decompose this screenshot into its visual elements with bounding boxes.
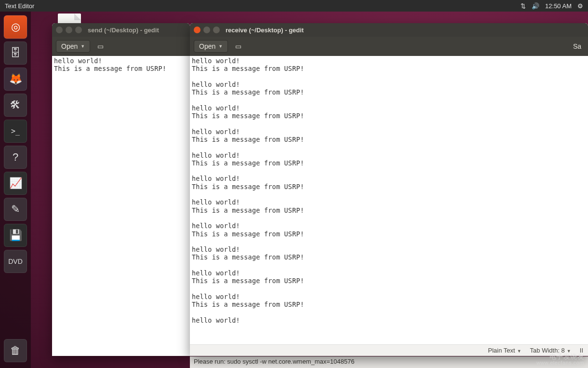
new-document-icon: ▭ xyxy=(97,42,104,50)
top-menubar: Text Editor ⇅ 🔊 12:50 AM ⚙ xyxy=(0,0,588,12)
statusbar-receive: Plain Text▼ Tab Width: 8▼ II xyxy=(190,344,588,356)
open-button[interactable]: Open ▼ xyxy=(194,40,228,53)
open-label: Open xyxy=(199,42,215,50)
launcher-trash[interactable]: 🗑 xyxy=(4,339,27,362)
volume-icon[interactable]: 🔊 xyxy=(532,2,539,10)
toolbar-receive: Open ▼ ▭ Sa xyxy=(190,37,588,56)
launcher-system-monitor[interactable]: 📈 xyxy=(4,172,27,195)
trash-icon: 🗑 xyxy=(10,344,21,357)
titlebar-send[interactable]: send (~/Desktop) - gedit xyxy=(52,23,190,37)
launcher-text-editor[interactable]: ✎ xyxy=(4,198,27,221)
window-send: send (~/Desktop) - gedit Open ▼ ▭ hello … xyxy=(52,23,190,356)
app-title: Text Editor xyxy=(5,2,34,10)
minimize-icon[interactable] xyxy=(203,27,210,33)
close-icon[interactable] xyxy=(194,27,200,33)
text-editor-icon: ✎ xyxy=(11,203,20,216)
chevron-down-icon: ▼ xyxy=(517,349,521,354)
chevron-down-icon: ▼ xyxy=(218,44,223,49)
files-icon: 🗄 xyxy=(10,47,21,59)
floppy-icon: 💾 xyxy=(9,229,22,242)
launcher-help[interactable]: ? xyxy=(4,146,27,169)
editor-send[interactable]: hello world! This is a message from USRP… xyxy=(52,56,190,356)
dvd-icon: DVD xyxy=(8,258,23,265)
status-line-col: II xyxy=(580,347,583,354)
help-icon: ? xyxy=(13,151,18,164)
window-title: receive (~/Desktop) - gedit xyxy=(226,27,304,34)
background-terminal-hint: Please run: sudo sysctl -w net.core.wmem… xyxy=(190,356,588,368)
launcher-ubuntu-dash[interactable]: ◎ xyxy=(4,15,27,39)
window-title: send (~/Desktop) - gedit xyxy=(88,27,159,34)
close-icon[interactable] xyxy=(56,27,63,33)
editor-receive[interactable]: hello world! This is a message from USRP… xyxy=(190,56,588,344)
open-button[interactable]: Open ▼ xyxy=(56,40,90,53)
launcher-settings[interactable]: 🛠 xyxy=(4,94,27,117)
launcher: ◎ 🗄 🦊 🛠 >_ ? 📈 ✎ 💾 DVD 🗑 xyxy=(0,12,31,368)
status-tab-width[interactable]: Tab Width: 8▼ xyxy=(530,347,571,354)
open-label: Open xyxy=(61,42,78,50)
new-tab-button[interactable]: ▭ xyxy=(95,41,106,52)
terminal-icon: >_ xyxy=(11,127,20,136)
maximize-icon[interactable] xyxy=(213,27,220,33)
clock[interactable]: 12:50 AM xyxy=(545,2,572,10)
chevron-down-icon: ▼ xyxy=(567,349,571,354)
maximize-icon[interactable] xyxy=(75,27,82,33)
launcher-dvd[interactable]: DVD xyxy=(4,250,27,273)
settings-icon: 🛠 xyxy=(10,99,21,111)
toolbar-send: Open ▼ ▭ xyxy=(52,37,190,56)
network-icon[interactable]: ⇅ xyxy=(521,2,526,10)
launcher-files[interactable]: 🗄 xyxy=(4,41,27,65)
chevron-down-icon: ▼ xyxy=(80,44,85,49)
new-tab-button[interactable]: ▭ xyxy=(233,41,243,52)
status-language-label: Plain Text xyxy=(488,347,515,354)
firefox-icon: 🦊 xyxy=(9,73,22,85)
launcher-save[interactable]: 💾 xyxy=(4,224,27,247)
launcher-firefox[interactable]: 🦊 xyxy=(4,68,27,91)
status-tab-width-label: Tab Width: 8 xyxy=(530,347,565,354)
system-monitor-icon: 📈 xyxy=(9,177,22,190)
status-language[interactable]: Plain Text▼ xyxy=(488,347,521,354)
ubuntu-icon: ◎ xyxy=(11,21,20,33)
titlebar-receive[interactable]: receive (~/Desktop) - gedit xyxy=(190,23,588,37)
window-receive: receive (~/Desktop) - gedit Open ▼ ▭ Sa … xyxy=(190,23,588,356)
new-document-icon: ▭ xyxy=(235,42,241,50)
gear-icon[interactable]: ⚙ xyxy=(577,2,583,10)
launcher-terminal[interactable]: >_ xyxy=(4,120,27,143)
minimize-icon[interactable] xyxy=(66,27,72,33)
save-button[interactable]: Sa xyxy=(570,41,584,52)
